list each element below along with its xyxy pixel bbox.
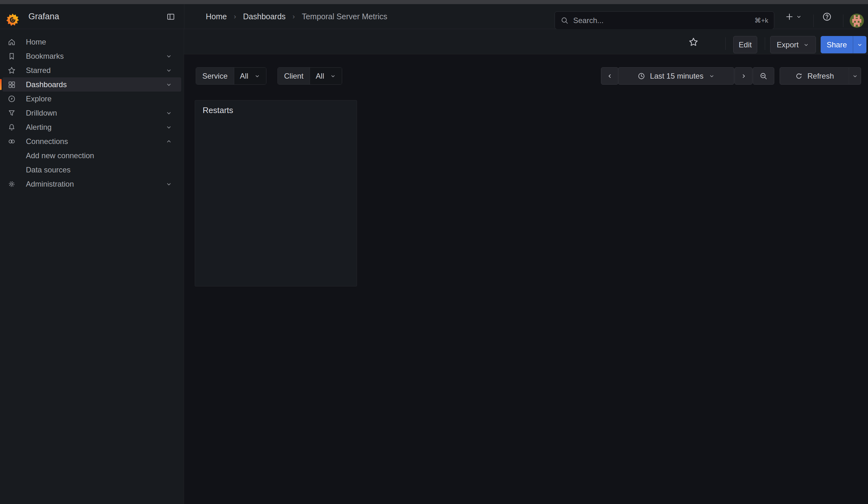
time-range-label: Last 15 minutes [650,72,703,81]
variable-selected-value: All [316,72,324,81]
sidebar-item-label: Data sources [26,165,70,174]
sidebar-item-label: Administration [26,180,74,188]
refresh-interval-dropdown-button[interactable] [849,67,861,85]
search-input[interactable]: Search... ⌘+k [555,11,774,29]
export-button[interactable]: Export [770,36,816,53]
favorite-star-icon[interactable] [689,37,699,47]
sidebar-item-label: Alerting [26,123,51,132]
chevron-right-icon [740,73,747,80]
user-avatar[interactable] [850,13,864,28]
panel-restarts: Restarts [195,100,357,286]
bookmark-icon [8,52,16,60]
breadcrumb-dashboards[interactable]: Dashboards [243,12,286,21]
add-new-button[interactable] [785,4,794,29]
chevron-down-icon [330,73,336,79]
variable-value-dropdown[interactable]: All [234,68,266,84]
breadcrumb-chevron-icon: › [234,13,236,21]
sidebar-item-add-new-connection[interactable]: Add new connection [2,148,181,163]
variable-label: Service [196,68,234,84]
toolbar-separator [765,37,765,50]
sidebar-item-dashboards[interactable]: Dashboards [2,78,181,92]
refresh-label: Refresh [807,72,834,81]
drilldown-icon [8,109,16,117]
sidebar-item-home[interactable]: Home [2,35,181,49]
sidebar-nav: HomeBookmarksStarredDashboardsExploreDri… [0,29,184,504]
sidebar-item-explore[interactable]: Explore [2,92,181,106]
help-icon[interactable] [822,4,832,29]
sidebar-item-label: Home [26,38,46,47]
sidebar-item-bookmarks[interactable]: Bookmarks [2,49,181,63]
star-icon [8,66,16,74]
breadcrumb-current-dashboard: Temporal Server Metrics [302,12,387,21]
share-dropdown-button[interactable] [853,36,866,53]
panel-toggle-icon[interactable] [166,12,175,21]
breadcrumb: Home › Dashboards › Temporal Server Metr… [206,4,387,29]
variable-service: ServiceAll [196,67,266,85]
chevron-up-icon [165,138,172,145]
zoom-out-button[interactable] [753,67,774,85]
chevron-down-icon [165,53,172,60]
sidebar-item-label: Connections [26,137,68,146]
time-range-back-button[interactable] [601,67,618,85]
variable-client: ClientAll [277,67,342,85]
grafana-app: Grafana Home › Dashboards › Temporal Ser… [0,0,868,504]
bell-icon [8,123,16,131]
window-top-strip [0,0,868,4]
chevron-down-icon [709,73,715,79]
app-name: Grafana [28,4,59,29]
sidebar-item-drilldown[interactable]: Drilldown [2,106,181,120]
sidebar-item-label: Bookmarks [26,52,64,61]
chevron-down-icon [165,67,172,74]
chevron-left-icon [606,73,613,80]
dashboard-toolbar: Edit Export Share [184,29,868,54]
breadcrumb-home[interactable]: Home [206,12,227,21]
sidebar-item-label: Dashboards [26,80,66,89]
chevron-down-icon [165,124,172,131]
link-icon [8,137,16,146]
edit-button[interactable]: Edit [733,36,757,53]
variable-label: Client [278,68,310,84]
refresh-icon [795,72,803,80]
export-chevron-icon [803,42,809,48]
chevron-down-icon [165,181,172,187]
toolbar-separator [725,37,726,50]
zoom-out-icon [760,72,768,80]
header-divider [184,4,184,29]
time-range-picker-button[interactable]: Last 15 minutes [618,67,734,85]
variable-selected-value: All [240,72,248,81]
clock-icon [637,72,645,80]
header-separator [813,14,814,27]
sidebar-item-starred[interactable]: Starred [2,63,181,78]
sidebar-item-alerting[interactable]: Alerting [2,120,181,134]
sidebar-item-label: Add new connection [26,151,94,160]
sidebar-item-connections[interactable]: Connections [2,134,181,148]
time-range-forward-button[interactable] [734,67,753,85]
add-new-chevron-icon[interactable] [796,4,802,29]
sidebar-item-administration[interactable]: Administration [2,177,181,191]
home-icon [8,38,16,46]
share-button[interactable]: Share [821,36,853,53]
header-separator [843,14,844,27]
sidebar-item-data-sources[interactable]: Data sources [2,163,181,177]
refresh-button[interactable]: Refresh [779,67,849,85]
panel-title[interactable]: Restarts [203,105,233,115]
chevron-down-icon [165,110,172,116]
search-placeholder: Search... [573,16,754,25]
search-shortcut: ⌘+k [754,17,768,24]
compass-icon [8,95,16,103]
breadcrumb-chevron-icon: › [292,13,295,21]
variable-value-dropdown[interactable]: All [310,68,342,84]
share-chevron-icon [857,42,863,48]
chevron-down-icon [852,73,858,79]
sidebar-item-label: Drilldown [26,109,57,117]
gear-icon [8,180,16,188]
chevron-down-icon [165,81,172,88]
apps-icon [8,81,16,89]
chevron-down-icon [254,73,260,79]
sidebar-item-label: Starred [26,66,51,75]
search-icon [560,17,569,25]
sidebar-item-label: Explore [26,94,51,103]
grafana-logo-icon[interactable] [6,13,20,27]
app-header: Grafana Home › Dashboards › Temporal Ser… [0,4,868,29]
